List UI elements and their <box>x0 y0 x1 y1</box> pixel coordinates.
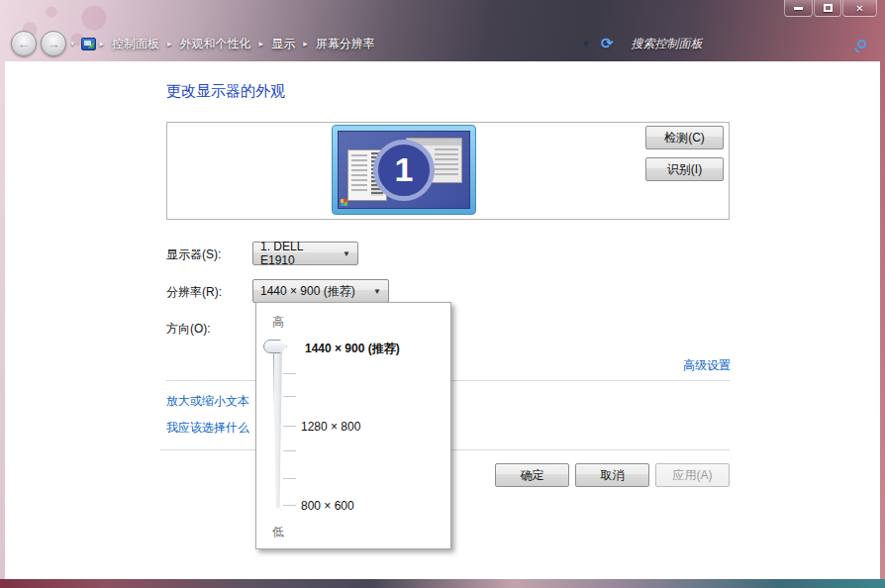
close-button[interactable]: ✕ <box>842 0 877 17</box>
breadcrumb: ▸ 控制面板 ▸ 外观和个性化 ▸ 显示 ▸ 屏幕分辨率 <box>100 33 383 55</box>
advanced-settings-link[interactable]: 高级设置 <box>683 357 731 374</box>
monitor-screen: 1 <box>338 131 470 209</box>
recent-pages-chevron-icon[interactable]: ▾ <box>70 39 75 49</box>
high-label: 高 <box>272 314 284 331</box>
chevron-down-icon: ▼ <box>333 249 350 258</box>
windows-logo-icon <box>341 199 347 206</box>
main-content: 更改显示器的外观 1 检测(C) 识别(I) 显示器(S): 1. DELL E… <box>5 61 880 579</box>
breadcrumb-control-panel[interactable]: 控制面板 <box>104 33 167 55</box>
breadcrumb-display[interactable]: 显示 <box>263 33 303 55</box>
search-box[interactable]: ▼ ⟳ 搜索控制面板 <box>581 35 870 52</box>
monitor-number-badge: 1 <box>373 140 435 201</box>
close-icon: ✕ <box>855 3 863 14</box>
monitor-preview[interactable]: 1 <box>332 125 476 215</box>
orientation-label: 方向(O): <box>166 321 211 338</box>
page-title: 更改显示器的外观 <box>166 82 285 101</box>
chevron-down-icon: ▼ <box>363 287 381 296</box>
minimize-icon <box>794 7 803 10</box>
search-icon[interactable] <box>857 40 866 49</box>
slider-tick <box>283 478 296 479</box>
make-text-larger-link[interactable]: 放大或缩小文本 <box>166 393 249 410</box>
monitor-number: 1 <box>395 150 414 189</box>
back-icon: ← <box>18 37 31 51</box>
maximize-button[interactable] <box>814 0 841 17</box>
refresh-icon[interactable]: ⟳ <box>601 35 614 52</box>
resolution-select-value: 1440 × 900 (推荐) <box>260 283 355 300</box>
resolution-label: 分辨率(R): <box>166 284 222 301</box>
identify-button[interactable]: 识别(I) <box>645 157 724 181</box>
navigation-bar: ← → ▾ ▸ 控制面板 ▸ 外观和个性化 ▸ 显示 ▸ 屏幕分辨率 ▼ ⟳ 搜… <box>5 26 880 61</box>
breadcrumb-appearance[interactable]: 外观和个性化 <box>172 33 259 55</box>
display-label: 显示器(S): <box>166 246 221 263</box>
window-bottom-border <box>0 579 885 588</box>
window-frame: ✕ ← → ▾ ▸ 控制面板 ▸ 外观和个性化 ▸ 显示 ▸ 屏幕分辨率 ▼ ⟳… <box>0 0 885 588</box>
resolution-dropdown-panel: 高 1440 × 900 (推荐) 1280 × 800 800 × 600 低 <box>255 302 451 549</box>
resolution-option-1280x800[interactable]: 1280 × 800 <box>301 420 360 434</box>
back-button[interactable]: ← <box>11 31 37 56</box>
detect-button[interactable]: 检测(C) <box>645 126 724 149</box>
slider-tick <box>283 426 296 427</box>
resolution-slider-track[interactable] <box>273 349 282 508</box>
forward-icon: → <box>48 37 60 51</box>
forward-button[interactable]: → <box>41 31 66 56</box>
minimize-button[interactable] <box>784 0 813 17</box>
ok-button[interactable]: 确定 <box>495 463 569 487</box>
slider-tick <box>283 505 296 506</box>
window-controls: ✕ <box>783 0 877 17</box>
resolution-slider-handle[interactable] <box>263 340 287 353</box>
slider-tick <box>283 373 296 374</box>
breadcrumb-screen-resolution[interactable]: 屏幕分辨率 <box>308 33 383 55</box>
search-input[interactable]: 搜索控制面板 <box>631 36 857 52</box>
search-dropdown-icon[interactable]: ▼ <box>581 39 591 49</box>
which-settings-link[interactable]: 我应该选择什么 <box>166 420 249 437</box>
resolution-option-800x600[interactable]: 800 × 600 <box>301 499 354 513</box>
resolution-select[interactable]: 1440 × 900 (推荐) ▼ <box>252 279 389 303</box>
cancel-button[interactable]: 取消 <box>575 463 649 487</box>
low-label: 低 <box>272 524 284 540</box>
control-panel-icon <box>81 38 96 50</box>
display-select[interactable]: 1. DELL E1910 ▼ <box>252 242 358 265</box>
slider-tick <box>283 396 296 397</box>
slider-tick <box>283 450 296 451</box>
display-select-value: 1. DELL E1910 <box>260 240 333 267</box>
maximize-icon <box>824 4 833 12</box>
apply-button: 应用(A) <box>655 463 730 487</box>
resolution-option-1440x900[interactable]: 1440 × 900 (推荐) <box>305 341 400 357</box>
